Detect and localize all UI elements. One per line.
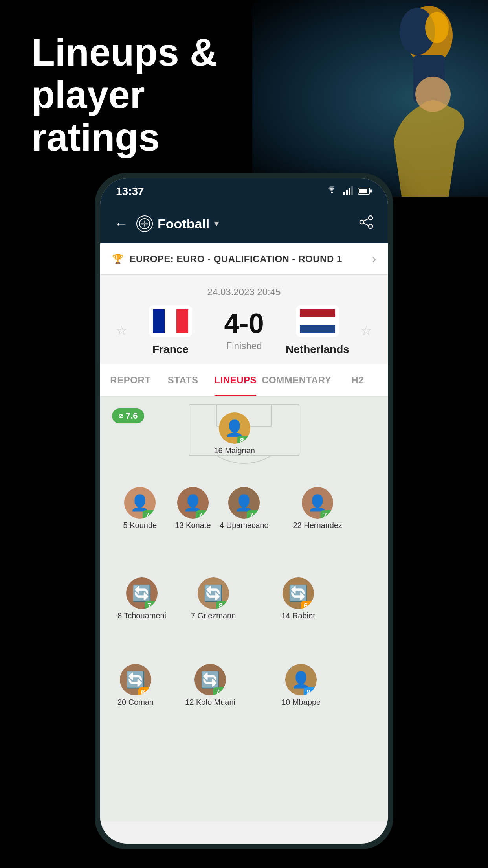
svg-line-16 — [364, 219, 369, 221]
wifi-icon — [326, 185, 338, 198]
svg-line-17 — [364, 223, 369, 226]
status-bar: 13:37 — [100, 178, 388, 204]
tab-stats[interactable]: STATS — [157, 364, 209, 396]
phone-mockup: 13:37 — [95, 173, 393, 849]
svg-rect-11 — [370, 189, 372, 193]
share-button[interactable] — [359, 215, 374, 233]
player-upamecano[interactable]: 👤 7.5 4 Upamecano — [220, 487, 269, 530]
competition-info: 🏆 EUROPE: EURO - QUALIFICATION - ROUND 1 — [112, 254, 342, 265]
phone-screen: 13:37 — [100, 178, 388, 844]
sport-ball-icon — [136, 215, 153, 232]
player-kolo-muani[interactable]: 🔄 7.0 12 Kolo Muani — [185, 664, 235, 707]
competition-banner[interactable]: 🏆 EUROPE: EURO - QUALIFICATION - ROUND 1… — [100, 243, 388, 275]
back-button[interactable]: ← — [114, 215, 128, 232]
status-icons — [326, 185, 372, 198]
player-rabiot[interactable]: 🔄 6.9 14 Rabiot — [281, 577, 315, 620]
match-date: 24.03.2023 20:45 — [112, 287, 376, 298]
tab-report[interactable]: REPORT — [104, 364, 157, 396]
home-team: France — [131, 305, 210, 356]
avg-rating-badge: ⊘ 7.6 — [112, 408, 144, 423]
away-team: Netherlands — [278, 305, 357, 356]
chevron-right-icon: › — [372, 253, 376, 265]
hero-section: Lineups & player ratings — [0, 0, 488, 197]
hero-title: Lineups & player ratings — [31, 31, 267, 158]
svg-rect-8 — [351, 186, 353, 195]
away-team-flag — [296, 305, 339, 337]
home-favorite-star[interactable]: ☆ — [116, 323, 127, 338]
svg-point-3 — [425, 12, 449, 43]
player-mbappe[interactable]: 👤 2 9.4 ✨ 10 Mbappe — [281, 664, 321, 707]
header-left: ← Football ▾ — [114, 215, 218, 232]
sport-selector[interactable]: Football ▾ — [136, 215, 218, 232]
netherlands-flag — [300, 309, 335, 333]
player-maignan[interactable]: 👤 8.0 16 Maignan — [214, 412, 255, 455]
phone-outer-shell: 13:37 — [95, 173, 393, 849]
tab-lineups[interactable]: LINEUPS — [209, 364, 262, 396]
svg-rect-7 — [349, 188, 350, 195]
player-tchouameni[interactable]: 🔄 7.9 8 Tchouameni — [117, 577, 166, 620]
goalkeeper-image — [252, 0, 488, 197]
avg-icon: ⊘ — [118, 412, 123, 420]
status-time: 13:37 — [116, 185, 144, 198]
tab-h2h[interactable]: H2 — [331, 364, 384, 396]
svg-point-15 — [369, 224, 372, 228]
player-coman[interactable]: 🔄 6.7 20 Coman — [117, 664, 154, 707]
dropdown-arrow-icon: ▾ — [214, 219, 218, 229]
tab-commentary[interactable]: COMMENTARY — [262, 364, 331, 396]
competition-label: EUROPE: EURO - QUALIFICATION - ROUND 1 — [130, 254, 342, 265]
tabs-container: REPORT STATS LINEUPS COMMENTARY H2 — [100, 364, 388, 397]
france-flag — [153, 309, 188, 333]
sport-label: Football — [158, 216, 209, 232]
svg-rect-5 — [343, 192, 345, 195]
avg-rating-value: 7.6 — [126, 411, 138, 421]
svg-point-14 — [360, 220, 364, 224]
svg-point-13 — [369, 216, 372, 220]
player-kounde[interactable]: 👤 7.3 5 Kounde — [123, 487, 157, 530]
away-team-name: Netherlands — [286, 343, 349, 356]
svg-rect-10 — [359, 189, 367, 193]
match-status: Finished — [210, 340, 278, 351]
competition-flag: 🏆 — [112, 254, 124, 265]
hero-title-line2: ratings — [31, 116, 160, 159]
hero-title-line1: Lineups & player — [31, 31, 218, 116]
svg-point-4 — [415, 77, 451, 112]
home-team-name: France — [152, 343, 189, 356]
match-teams: ☆ France — [112, 305, 376, 356]
player-konate[interactable]: 👤 7.3 13 Konate — [175, 487, 211, 530]
player-hernandez[interactable]: 👤 7.2 22 Hernandez — [293, 487, 342, 530]
home-team-flag — [149, 305, 192, 337]
lineup-area: ⊘ 7.6 👤 8.0 — [100, 397, 388, 821]
signal-icon — [343, 185, 353, 198]
match-score: 4-0 — [210, 310, 278, 337]
away-favorite-star[interactable]: ☆ — [361, 323, 372, 338]
app-header: ← Football ▾ — [100, 204, 388, 243]
battery-icon — [358, 185, 372, 198]
player-griezmann[interactable]: 🔄 8.2 7 Griezmann — [191, 577, 236, 620]
match-card: 24.03.2023 20:45 ☆ — [100, 275, 388, 364]
svg-rect-6 — [346, 190, 348, 195]
match-score-section: 4-0 Finished — [210, 310, 278, 351]
